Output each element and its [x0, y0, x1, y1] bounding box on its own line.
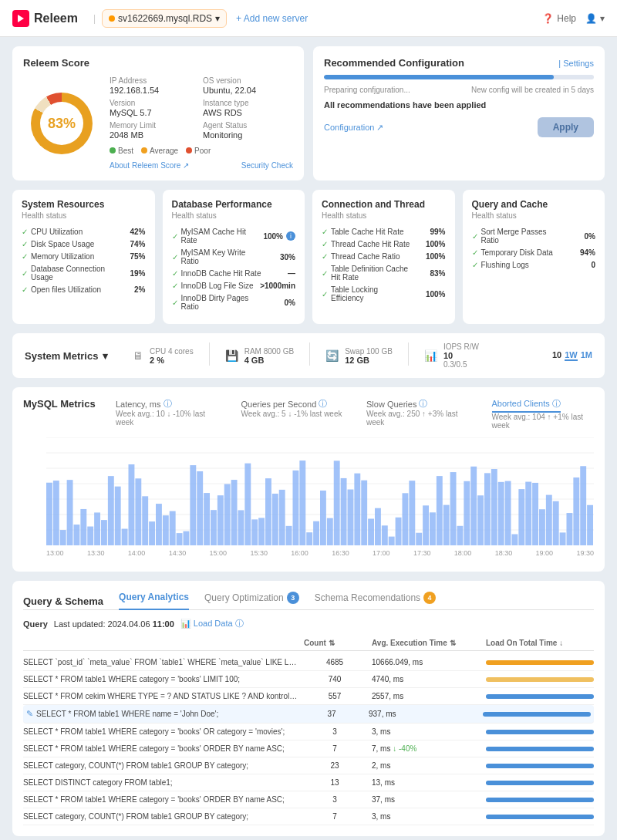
svg-rect-25 — [115, 487, 121, 545]
add-server-button[interactable]: + Add new server — [236, 13, 308, 24]
col-query-4: SELECT * FROM table1 WHERE category = 'b… — [23, 727, 298, 736]
svg-marker-0 — [18, 15, 24, 22]
metric-row-2-4: ✓ Table Locking Efficiency 100% — [322, 285, 446, 302]
svg-rect-71 — [430, 512, 436, 545]
rec-header: Recommended Configuration | Settings — [324, 57, 594, 69]
agent-item: Agent Status Monitoring — [203, 121, 293, 140]
sm-val1-3: 10 — [443, 351, 479, 360]
svg-rect-22 — [94, 512, 100, 545]
applied-msg: All recommendations have been applied — [324, 100, 594, 110]
sm-val1-0: 2 % — [150, 356, 194, 365]
config-link[interactable]: Configuration ↗ — [324, 123, 384, 133]
col-query-8: SELECT * FROM table1 WHERE category = 'b… — [23, 795, 298, 804]
mysql-group-title-0: Latency, ms ⓘ — [116, 398, 218, 410]
check-icon-1-2: ✓ — [172, 269, 178, 278]
svg-rect-77 — [470, 467, 477, 545]
svg-rect-31 — [156, 504, 162, 545]
memory-value: 2048 MB — [110, 130, 143, 140]
svg-rect-70 — [423, 505, 429, 545]
memory-item: Memory Limit 2048 MB — [110, 121, 200, 140]
score-chart: 83% — [23, 76, 100, 170]
x-label-22: 18:30 — [495, 549, 513, 557]
metric-name-0-4: Open files Utilization — [31, 285, 112, 294]
x-label-12: 16:00 — [291, 549, 308, 557]
check-icon-1-1: ✓ — [172, 253, 178, 261]
sm-item-3: 📊 IOPS R/W 10 0.3/0.5 — [424, 342, 479, 369]
x-label-18: 17:30 — [413, 549, 431, 557]
metric-val-1-3: >1000min — [260, 282, 295, 290]
check-icon-2-4: ✓ — [322, 290, 328, 299]
load-bar-6 — [486, 764, 594, 768]
version-item: Version MySQL 5.7 — [110, 99, 200, 118]
exec-6: 2, ms — [372, 761, 390, 770]
load-bar-8 — [486, 798, 594, 802]
col-query-6: SELECT category, COUNT(*) FROM table1 GR… — [23, 761, 298, 770]
metric-name-1-2: InnoDB Cache Hit Rate — [181, 269, 262, 278]
svg-rect-69 — [416, 533, 422, 545]
col-query-2: SELECT * FROM cekim WHERE TYPE = ? AND S… — [23, 692, 298, 700]
help-button[interactable]: ❓ Help — [542, 13, 576, 24]
settings-link[interactable]: | Settings — [558, 59, 594, 68]
health-card-0: System Resources Health status ✓ CPU Uti… — [12, 190, 155, 324]
sm-items: 🖥 CPU 4 cores 2 % 💾 RAM 8000 GB 4 GB 🔄 S… — [133, 342, 537, 369]
svg-rect-16 — [53, 481, 59, 545]
query-tab-1[interactable]: Query Optimization3 — [204, 592, 299, 610]
col-count-5: 7 — [304, 744, 366, 753]
svg-rect-66 — [396, 518, 402, 545]
header-right: ❓ Help 👤 ▾ — [542, 13, 605, 24]
metric-val-2-1: 100% — [415, 240, 446, 248]
metric-row-2-1: ✓ Thread Cache Hit Rate 100% — [322, 240, 446, 248]
edit-icon-3[interactable]: ✎ — [26, 709, 33, 719]
svg-rect-72 — [437, 476, 443, 545]
x-label-20: 18:00 — [454, 549, 472, 557]
about-score-link[interactable]: About Releem Score ↗ — [110, 161, 189, 170]
query-text-5: SELECT * FROM table1 WHERE category = 'b… — [23, 744, 285, 753]
server-status-dot — [109, 15, 115, 22]
sm-item-0: 🖥 CPU 4 cores 2 % — [133, 342, 194, 369]
time-1m-button[interactable]: 1M — [581, 350, 592, 361]
query-tab-2[interactable]: Schema Recomendations4 — [315, 592, 436, 610]
check-icon-2-3: ✓ — [322, 269, 328, 278]
query-tab-0[interactable]: Query Analytics — [119, 592, 189, 610]
health-card-sub-3: Health status — [472, 211, 596, 220]
col-exec-4: 3, ms — [372, 727, 480, 736]
metric-name-3-2: Flushing Logs — [481, 261, 562, 269]
svg-rect-43 — [238, 510, 244, 545]
mysql-group-title-2: Slow Queries ⓘ — [366, 398, 469, 410]
version-value: MySQL 5.7 — [110, 108, 152, 117]
sm-icon-3: 📊 — [424, 349, 437, 362]
col-load-header: Load On Total Time ↓ — [486, 639, 594, 647]
svg-rect-65 — [389, 537, 395, 545]
health-cards-row: System Resources Health status ✓ CPU Uti… — [12, 190, 605, 324]
query-text-0: SELECT `post_id` `meta_value` FROM `tabl… — [23, 658, 298, 666]
days-text: New config will be created in 5 days — [471, 86, 594, 94]
info-icon: i — [286, 231, 295, 241]
security-check-link[interactable]: Security Check — [241, 161, 293, 170]
table-row-5: SELECT * FROM table1 WHERE category = 'b… — [23, 740, 594, 757]
col-exec-3: 937, ms — [369, 710, 477, 718]
svg-rect-93 — [580, 466, 586, 545]
metric-row-0-3: ✓ Database Connection Usage 19% — [22, 265, 146, 282]
time-1w-button[interactable]: 1W — [565, 350, 578, 361]
time-number: 10 — [552, 350, 561, 361]
server-selector[interactable]: sv1622669.mysql.RDS ▾ — [102, 9, 227, 28]
os-label: OS version — [203, 76, 293, 85]
col-exec-0: 10666.049, ms — [372, 658, 480, 666]
rec-title: Recommended Configuration — [324, 57, 464, 69]
col-load-1 — [486, 677, 594, 682]
exec-pct-5: ↓ -40% — [393, 744, 416, 753]
mysql-header: MySQL Metrics Latency, ms ⓘ Week avg.: 1… — [23, 398, 594, 430]
exec-4: 3, ms — [372, 727, 390, 736]
mysql-group-stats-1: Week avg.: 5 ↓ -1% last week — [241, 410, 344, 418]
svg-rect-58 — [341, 478, 347, 545]
svg-rect-44 — [244, 464, 251, 545]
load-data-link[interactable]: 📊 Load Data ⓘ — [180, 618, 244, 629]
col-load-0 — [486, 660, 594, 665]
svg-rect-28 — [135, 478, 141, 545]
metric-name-1-4: InnoDB Dirty Pages Ratio — [181, 294, 262, 311]
apply-button[interactable]: Apply — [538, 117, 594, 137]
sm-info-1: RAM 8000 GB 4 GB — [244, 347, 294, 365]
system-metrics-title[interactable]: System Metrics ▾ — [25, 350, 117, 362]
metric-name-2-2: Thread Cache Ratio — [331, 252, 412, 261]
user-button[interactable]: 👤 ▾ — [585, 13, 605, 24]
